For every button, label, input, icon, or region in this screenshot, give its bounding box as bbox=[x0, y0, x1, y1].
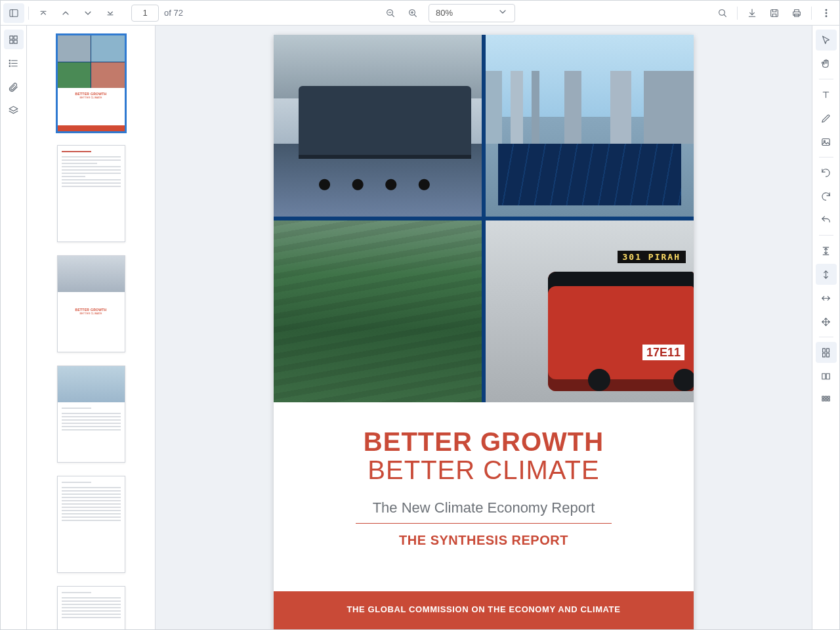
svg-rect-25 bbox=[822, 396, 824, 398]
thumbnail-page-5[interactable] bbox=[57, 476, 125, 573]
svg-point-7 bbox=[826, 9, 827, 10]
svg-rect-28 bbox=[822, 399, 824, 401]
fit-page-tool[interactable] bbox=[816, 311, 837, 332]
svg-rect-10 bbox=[10, 35, 13, 39]
thumbnails-panel[interactable]: BETTER GROWTH BETTER CLIMATE BETTER GROW… bbox=[27, 26, 156, 629]
select-tool[interactable] bbox=[816, 30, 837, 51]
svg-rect-21 bbox=[823, 353, 826, 357]
zoom-out-button[interactable] bbox=[380, 3, 401, 23]
separator bbox=[737, 7, 738, 20]
svg-point-8 bbox=[826, 12, 827, 14]
text-tool[interactable] bbox=[816, 84, 837, 105]
left-rail bbox=[1, 26, 27, 629]
grid-view[interactable] bbox=[816, 389, 837, 410]
thumbnail-page-6[interactable] bbox=[57, 586, 125, 629]
search-button[interactable] bbox=[712, 3, 733, 23]
cover-image-cyclists bbox=[274, 35, 482, 217]
svg-point-9 bbox=[826, 15, 827, 16]
svg-point-18 bbox=[824, 140, 825, 142]
single-page-view[interactable] bbox=[816, 342, 837, 363]
svg-rect-24 bbox=[826, 373, 830, 379]
svg-rect-27 bbox=[828, 396, 830, 398]
zoom-in-button[interactable] bbox=[402, 3, 423, 23]
print-button[interactable] bbox=[786, 3, 807, 23]
sidebar-toggle-button[interactable] bbox=[3, 3, 24, 23]
divider bbox=[356, 523, 612, 524]
zoom-value: 80% bbox=[436, 8, 453, 18]
thumbnails-tab[interactable] bbox=[4, 30, 24, 49]
subtitle: The New Climate Economy Report bbox=[300, 499, 667, 516]
next-page-button[interactable] bbox=[77, 3, 98, 23]
more-menu-button[interactable] bbox=[816, 3, 837, 23]
title-line-1: BETTER GROWTH bbox=[300, 427, 667, 457]
svg-rect-30 bbox=[828, 399, 830, 401]
svg-rect-17 bbox=[822, 138, 830, 145]
last-page-button[interactable] bbox=[100, 3, 121, 23]
page-number-input[interactable] bbox=[131, 5, 159, 22]
separator bbox=[28, 7, 29, 20]
undo-tool[interactable] bbox=[816, 209, 837, 230]
thumbnail-page-2[interactable] bbox=[57, 145, 125, 242]
svg-rect-26 bbox=[825, 396, 827, 398]
separator bbox=[811, 7, 812, 20]
two-page-view[interactable] bbox=[816, 366, 837, 387]
svg-rect-4 bbox=[771, 9, 778, 16]
footer-band: THE GLOBAL COMMISSION ON THE ECONOMY AND… bbox=[274, 591, 694, 629]
svg-point-15 bbox=[9, 62, 10, 63]
svg-rect-23 bbox=[822, 373, 826, 379]
svg-rect-20 bbox=[827, 348, 830, 352]
title-line-2: BETTER CLIMATE bbox=[300, 455, 667, 485]
thumbnail-page-3[interactable]: BETTER GROWTH BETTER CLIMATE bbox=[57, 255, 125, 352]
bus-code-label: 17E11 bbox=[642, 345, 684, 360]
outline-tab[interactable] bbox=[4, 53, 24, 73]
page-total-label: of 72 bbox=[164, 8, 183, 18]
svg-point-16 bbox=[9, 66, 10, 66]
svg-rect-19 bbox=[823, 348, 826, 352]
image-tool[interactable] bbox=[816, 131, 837, 152]
cover-image-terraces bbox=[274, 220, 482, 402]
attachments-tab[interactable] bbox=[4, 77, 24, 96]
svg-rect-11 bbox=[14, 35, 17, 39]
save-button[interactable] bbox=[764, 3, 785, 23]
rotate-ccw-tool[interactable] bbox=[816, 162, 837, 183]
bus-route-label: 301 PIRAH bbox=[618, 251, 686, 263]
fit-height-tool[interactable] bbox=[816, 264, 837, 285]
download-button[interactable] bbox=[742, 3, 763, 23]
fit-height-locked-tool[interactable] bbox=[816, 240, 837, 261]
svg-rect-0 bbox=[10, 9, 18, 16]
fit-width-tool[interactable] bbox=[816, 287, 837, 308]
first-page-button[interactable] bbox=[33, 3, 54, 23]
cover-image-bus: 301 PIRAH 17E11 bbox=[486, 220, 694, 402]
chevron-down-icon bbox=[497, 7, 508, 19]
cover-image-grid: 301 PIRAH 17E11 bbox=[274, 35, 694, 402]
layers-tab[interactable] bbox=[4, 100, 24, 120]
hand-tool[interactable] bbox=[816, 53, 837, 74]
pdf-viewer-app: of 72 80% bbox=[0, 0, 840, 630]
right-tool-rail bbox=[812, 26, 839, 629]
synthesis-label: THE SYNTHESIS REPORT bbox=[300, 533, 667, 548]
thumbnail-page-1[interactable]: BETTER GROWTH BETTER CLIMATE bbox=[57, 35, 125, 132]
thumbnail-page-4[interactable] bbox=[57, 366, 125, 463]
previous-page-button[interactable] bbox=[55, 3, 76, 23]
draw-tool[interactable] bbox=[816, 108, 837, 129]
page-1: 301 PIRAH 17E11 BETTER GROWTH BETTER CLI… bbox=[274, 35, 694, 629]
document-viewport[interactable]: 301 PIRAH 17E11 BETTER GROWTH BETTER CLI… bbox=[156, 26, 812, 629]
top-toolbar: of 72 80% bbox=[1, 1, 839, 26]
cover-image-skyline bbox=[486, 35, 694, 217]
svg-rect-29 bbox=[825, 399, 827, 401]
zoom-select[interactable]: 80% bbox=[429, 4, 515, 22]
svg-rect-12 bbox=[10, 40, 13, 43]
svg-rect-13 bbox=[14, 40, 17, 43]
svg-point-14 bbox=[9, 60, 10, 60]
rotate-cw-tool[interactable] bbox=[816, 186, 837, 207]
svg-rect-22 bbox=[827, 353, 830, 357]
